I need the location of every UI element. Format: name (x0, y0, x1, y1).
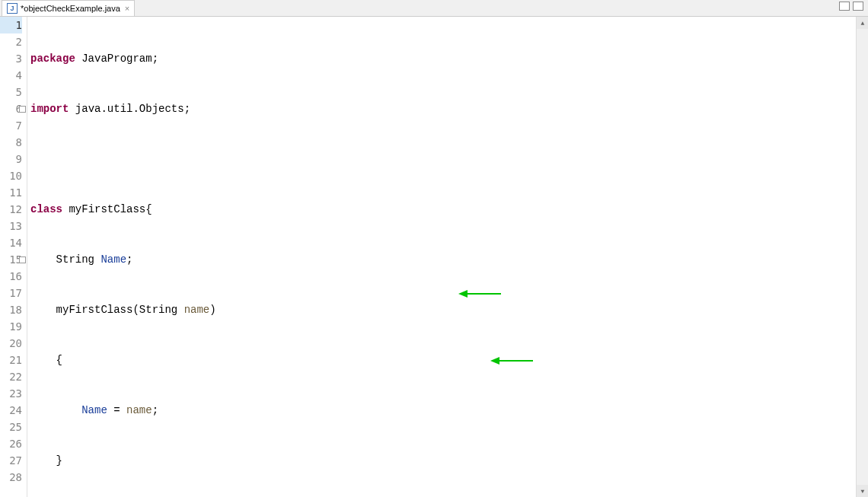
annotation-arrow-icon (420, 271, 458, 279)
line-number: 21 (0, 352, 22, 368)
line-number: 18 (0, 301, 22, 318)
code-line: package JavaProgram; (30, 50, 868, 67)
line-number: 3 (0, 50, 22, 67)
line-number: 7 (0, 117, 22, 134)
line-number: 11 (0, 184, 22, 201)
line-number: 14 (0, 234, 22, 251)
line-number: 16 (0, 268, 22, 285)
code-content[interactable]: package JavaProgram; import java.util.Ob… (27, 17, 868, 497)
line-number-gutter: 1 2 3 4 5 6 7 8 9 10 11 12 13 14 15 16 1… (0, 17, 27, 497)
scroll-down-icon[interactable]: ▼ (857, 485, 868, 497)
minimize-icon[interactable] (839, 2, 850, 11)
line-number: 19 (0, 318, 22, 335)
line-number: 25 (0, 419, 22, 435)
line-number: 4 (0, 67, 22, 84)
line-number: 26 (0, 435, 22, 452)
code-line: } (30, 452, 868, 469)
code-line: Name = name; (30, 402, 868, 419)
tab-filename: *objectCheckExample.java (21, 4, 120, 13)
line-number: 9 (0, 151, 22, 167)
line-number: 2 (0, 33, 22, 50)
line-number: 10 (0, 167, 22, 184)
code-line: { (30, 352, 868, 368)
code-line: import java.util.Objects; (30, 100, 868, 117)
svg-marker-1 (458, 290, 468, 298)
line-number: 5 (0, 84, 22, 100)
tab-bar: J *objectCheckExample.java × (0, 0, 868, 17)
line-number: 20 (0, 335, 22, 352)
svg-marker-3 (490, 357, 499, 365)
line-number: 1 (0, 17, 22, 33)
line-number: 15 (0, 251, 22, 268)
code-line: String Name; (30, 251, 868, 268)
code-line (30, 151, 868, 167)
line-number: 13 (0, 218, 22, 234)
editor-area: 1 2 3 4 5 6 7 8 9 10 11 12 13 14 15 16 1… (0, 17, 868, 497)
line-number: 24 (0, 402, 22, 419)
editor-tab[interactable]: J *objectCheckExample.java × (2, 0, 135, 16)
line-number: 12 (0, 201, 22, 218)
code-line: myFirstClass(String name) (30, 301, 868, 318)
line-number: 28 (0, 469, 22, 486)
line-number: 22 (0, 368, 22, 385)
line-number: 27 (0, 452, 22, 469)
java-file-icon: J (7, 3, 18, 14)
code-line: class myFirstClass{ (30, 201, 868, 218)
annotation-arrow-icon (452, 338, 490, 346)
line-number: 6 (0, 100, 22, 117)
line-number: 17 (0, 285, 22, 301)
window-controls (839, 2, 863, 11)
vertical-scrollbar[interactable]: ▲ ▼ (856, 17, 868, 497)
scroll-up-icon[interactable]: ▲ (857, 17, 868, 29)
maximize-icon[interactable] (853, 2, 863, 11)
line-number: 8 (0, 134, 22, 151)
line-number: 23 (0, 385, 22, 402)
close-icon[interactable]: × (123, 4, 129, 13)
